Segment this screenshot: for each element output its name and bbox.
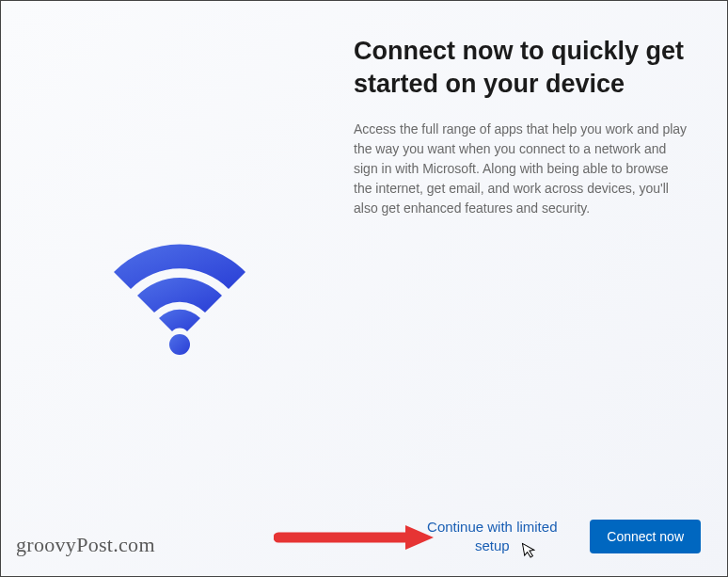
continue-limited-setup-link[interactable]: Continue with limited setup: [417, 518, 567, 556]
svg-marker-2: [405, 525, 434, 550]
page-title: Connect now to quickly get started on yo…: [354, 35, 689, 101]
annotation-arrow: [274, 523, 434, 552]
cursor-icon: [521, 540, 539, 562]
svg-point-0: [169, 334, 190, 355]
content-panel: Connect now to quickly get started on yo…: [340, 1, 727, 576]
illustration-panel: [1, 1, 340, 576]
wifi-icon: [104, 220, 255, 371]
watermark: groovyPost.com: [16, 533, 155, 557]
connect-now-button[interactable]: Connect now: [590, 520, 701, 553]
page-description: Access the full range of apps that help …: [354, 120, 689, 218]
footer-actions: Continue with limited setup Connect now: [417, 518, 701, 556]
setup-screen: Connect now to quickly get started on yo…: [1, 1, 727, 576]
